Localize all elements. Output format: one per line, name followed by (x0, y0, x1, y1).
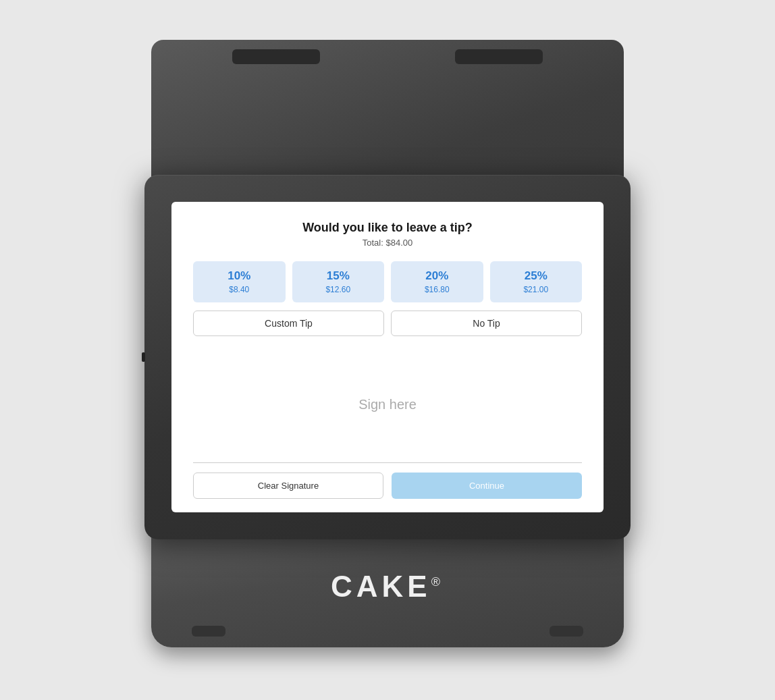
tip-20-button[interactable]: 20% $16.80 (391, 261, 483, 302)
brand-label: CAKE® (331, 570, 444, 603)
tip-25-percent: 25% (525, 269, 547, 283)
no-tip-button[interactable]: No Tip (391, 311, 582, 336)
screen-bezel: Would you like to leave a tip? Total: $8… (144, 175, 631, 539)
tip-15-percent: 15% (327, 269, 350, 283)
tip-prompt-title: Would you like to leave a tip? (193, 221, 582, 235)
action-buttons-row: Clear Signature Continue (193, 473, 582, 499)
tip-20-percent: 20% (425, 269, 448, 283)
custom-tip-button[interactable]: Custom Tip (193, 311, 384, 336)
tip-options-row: 10% $8.40 15% $12.60 20% $16.80 25% $21.… (193, 261, 582, 302)
device-base: CAKE® (151, 526, 624, 647)
signature-area[interactable]: Sign here (193, 347, 582, 463)
clear-signature-button[interactable]: Clear Signature (193, 473, 383, 499)
pos-device: Would you like to leave a tip? Total: $8… (131, 40, 644, 661)
tip-10-button[interactable]: 10% $8.40 (193, 261, 286, 302)
tip-10-percent: 10% (228, 269, 250, 283)
continue-button[interactable]: Continue (392, 473, 582, 499)
tip-25-button[interactable]: 25% $21.00 (490, 261, 583, 302)
tip-10-amount: $8.40 (229, 285, 249, 294)
screen-surface: Would you like to leave a tip? Total: $8… (171, 202, 604, 512)
order-total: Total: $84.00 (193, 238, 582, 248)
tip-20-amount: $16.80 (425, 285, 450, 294)
tip-15-amount: $12.60 (325, 285, 350, 294)
sign-here-label: Sign here (358, 397, 417, 412)
tip-15-button[interactable]: 15% $12.60 (292, 261, 385, 302)
tip-25-amount: $21.00 (523, 285, 548, 294)
tip-secondary-row: Custom Tip No Tip (193, 311, 582, 336)
